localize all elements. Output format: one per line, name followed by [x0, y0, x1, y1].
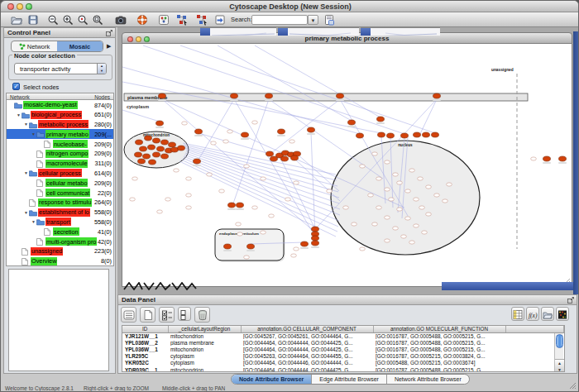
graph-node-small[interactable] [244, 256, 250, 259]
graph-node[interactable] [301, 241, 309, 246]
graph-node-small[interactable] [414, 198, 419, 201]
open-icon[interactable] [11, 14, 22, 26]
graph-node-small[interactable] [261, 231, 266, 234]
tree-row-cellular-metabo[interactable]: cellular metabo209(0) [7, 178, 113, 188]
disclosure-triangle-icon[interactable]: ▼ [23, 122, 29, 127]
graph-node[interactable] [543, 156, 551, 161]
graph-node-small[interactable] [376, 206, 382, 209]
vizmapper-icon[interactable] [158, 14, 170, 26]
table-cell[interactable]: [GO:0016787, GO:0005488, GO:0005215, G..… [373, 339, 505, 346]
table-row[interactable]: YPL036W__2plasma membrane[GO:0044464, GO… [122, 339, 564, 346]
tree-row-overview[interactable]: Overview8(0) [7, 256, 113, 266]
table-cell[interactable]: YLR295C [122, 353, 168, 360]
hide-selected-nodes-icon[interactable] [176, 14, 188, 26]
table-row[interactable]: YKR052Ccytoplasm[GO:0044464, GO:0044446,… [122, 360, 564, 366]
graph-edge[interactable] [183, 143, 336, 174]
graph-node-small[interactable] [207, 173, 213, 176]
graph-node[interactable] [237, 203, 244, 208]
tab-mosaic[interactable]: Mosaic [57, 41, 103, 51]
tree-row-establishment-of-lo[interactable]: ▼establishment of lo558(0) [7, 208, 113, 218]
graph-node[interactable] [312, 236, 319, 241]
table-row[interactable]: YDR039C__1mitochondrion[GO:0044464, GO:0… [122, 366, 564, 372]
graph-node-small[interactable] [443, 199, 448, 203]
graph-node-small[interactable] [409, 241, 415, 244]
tree-row-metabolic-process[interactable]: ▼metabolic process280(0) [7, 120, 113, 130]
graph-node-small[interactable] [237, 232, 243, 236]
graph-node-small[interactable] [294, 181, 299, 184]
table-cell[interactable]: [GO:0045267, GO:0045261, GO:0044464, G..… [241, 332, 373, 339]
create-attribute-icon[interactable] [140, 307, 156, 323]
graph-node-small[interactable] [186, 177, 192, 180]
disclosure-triangle-icon[interactable]: ▼ [16, 112, 22, 117]
window-titlebar[interactable]: Cytoscape Desktop (New Session) [1, 1, 579, 12]
zoom-fit-icon[interactable] [92, 14, 103, 26]
graph-node[interactable] [156, 121, 164, 126]
graph-node[interactable] [247, 244, 255, 249]
graph-node[interactable] [281, 156, 289, 161]
graph-node-small[interactable] [434, 194, 440, 197]
graph-node-small[interactable] [186, 194, 192, 197]
graph-node-small[interactable] [211, 141, 217, 145]
birdseye-view[interactable] [8, 269, 109, 371]
graph-node[interactable] [153, 152, 160, 157]
table-cell[interactable]: YKR052C [122, 360, 168, 366]
graph-node[interactable] [195, 129, 203, 134]
tree-row-cell-communicat[interactable]: cell communicat22(0) [7, 188, 113, 198]
graph-node-small[interactable] [531, 157, 537, 160]
graph-node[interactable] [356, 133, 364, 138]
graph-edge[interactable] [143, 45, 404, 134]
tree-row-primary-metabo[interactable]: ▼primary metabo209(... [7, 129, 113, 139]
graph-node-small[interactable] [393, 227, 399, 230]
graph-node[interactable] [136, 140, 143, 145]
graph-node-small[interactable] [132, 177, 138, 180]
attribute-matrix-icon[interactable] [511, 307, 524, 321]
background-window-fragment[interactable] [361, 27, 440, 36]
graph-node-small[interactable] [393, 173, 399, 176]
column-header[interactable]: ID [122, 326, 168, 332]
annotation-icon[interactable] [214, 14, 226, 26]
plasma-membrane-region[interactable] [124, 93, 528, 101]
graph-node[interactable] [433, 93, 441, 98]
graph-edge[interactable] [180, 45, 435, 133]
graph-node-small[interactable] [130, 198, 136, 201]
background-window-fragment[interactable] [278, 27, 359, 36]
graph-node-small[interactable] [343, 206, 349, 209]
search-input[interactable] [251, 15, 308, 25]
tree-row-cellular-process[interactable]: ▼cellular process614(0) [7, 169, 113, 179]
graph-node-small[interactable] [165, 198, 171, 201]
table-cell[interactable]: YPL036W__1 [122, 346, 168, 352]
table-cell[interactable]: [GO:0045263, GO:0044464, GO:0044455, G..… [241, 353, 373, 360]
background-window-fragment[interactable] [200, 27, 276, 36]
graph-node-small[interactable] [174, 169, 179, 172]
table-cell[interactable]: YPL036W__2 [122, 339, 168, 346]
table-cell[interactable]: YDR039C__1 [122, 366, 168, 372]
table-cell[interactable]: [GO:0016787, GO:0005215, GO:0003824, G..… [373, 353, 505, 360]
graph-node[interactable] [149, 160, 156, 165]
graph-node[interactable] [312, 241, 319, 246]
graph-node-small[interactable] [405, 217, 411, 220]
tree-row-transport[interactable]: ▼transport558(0) [7, 218, 113, 227]
graph-node-small[interactable] [414, 224, 419, 227]
graph-node[interactable] [161, 140, 169, 145]
graph-node-small[interactable] [368, 194, 374, 197]
graph-node[interactable] [270, 156, 278, 161]
graph-node[interactable] [157, 146, 165, 151]
snapshot-camera-icon[interactable] [115, 14, 127, 26]
graph-node-small[interactable] [385, 160, 390, 164]
select-nodes-checkbox[interactable]: ✓ [12, 83, 20, 90]
graph-node-small[interactable] [285, 198, 291, 201]
search-dropdown-button[interactable]: ▼ [308, 15, 318, 25]
graph-node-small[interactable] [385, 188, 390, 191]
graph-node-small[interactable] [401, 235, 407, 238]
table-cell[interactable]: [GO:0005488, GO:0005215, GO:0003674] [373, 360, 505, 366]
network-canvas[interactable]: plasma membranecytoplasmmitochondrionnuc… [122, 44, 572, 287]
background-window-edge[interactable] [573, 31, 579, 294]
graph-node[interactable] [171, 147, 179, 152]
graph-edge[interactable] [419, 99, 437, 137]
graph-node[interactable] [140, 146, 147, 151]
graph-node[interactable] [242, 132, 249, 137]
tab-network-attribute-browser[interactable]: Network Attribute Browser [387, 375, 469, 384]
graph-node-small[interactable] [252, 206, 258, 209]
graph-node-small[interactable] [360, 247, 366, 251]
disclosure-triangle-icon[interactable]: ▼ [23, 170, 29, 175]
